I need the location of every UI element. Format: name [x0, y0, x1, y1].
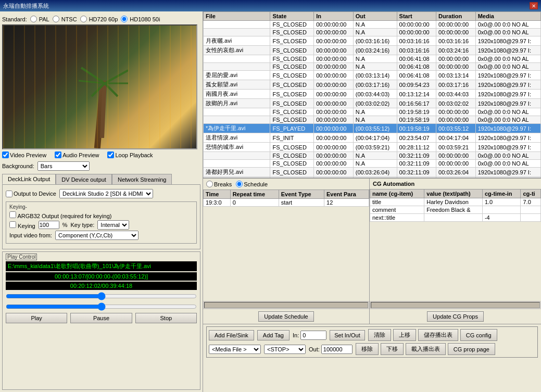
clear-button[interactable]: 清除 — [368, 329, 391, 341]
cell-media: 0x0@.00 0:0 NO AL — [475, 160, 540, 168]
loop-playback-check[interactable]: Loop Playback — [107, 151, 153, 158]
tab-dv[interactable]: DV Device output — [56, 174, 112, 184]
stop-select[interactable]: <STOP> — [264, 345, 306, 354]
table-row[interactable]: 港都好男兒.avi FS_CLOSED 00:00:00:00 (00:03:2… — [204, 168, 541, 177]
table-row[interactable]: FS_CLOSED 00:00:00:00 N.A 00:32:11:09 00… — [204, 152, 541, 160]
background-select[interactable]: Bars — [37, 161, 90, 171]
col-duration: Duration — [436, 12, 476, 21]
table-row[interactable]: FS_CLOSED 00:00:00:00 N.A 00:00:00:00 00… — [204, 21, 541, 29]
keying-checkbox[interactable] — [9, 221, 16, 228]
radio-hd720[interactable]: HD720 60p — [80, 16, 118, 22]
table-row[interactable]: FS_CLOSED 00:00:00:00 N.A 00:32:11:09 00… — [204, 160, 541, 168]
schedule-table-container[interactable]: Time Repeat time Event Type Event Para 1… — [203, 189, 369, 301]
cell-in: 00:00:00:00 — [314, 160, 354, 168]
table-row[interactable]: 月夜曬.avi FS_CLOSED 00:00:00:00 (00:03:16:… — [204, 36, 541, 46]
cell-start: 00:06:41:08 — [397, 55, 436, 63]
cell-state: FS_CLOSED — [270, 63, 314, 71]
in-value-input[interactable] — [300, 331, 326, 340]
table-row[interactable]: FS_CLOSED 00:00:00:00 N.A 00:19:58:19 00… — [204, 116, 541, 124]
video-preview-checkbox[interactable] — [2, 151, 9, 158]
cg-table-container[interactable]: name (cg-item) value (text/path) cg-time… — [370, 189, 541, 301]
load-playlist-button[interactable]: 載入播出表 — [406, 343, 446, 355]
cell-in: 00:00:00:00 — [314, 46, 354, 55]
table-row[interactable]: 悲情的城市.avi FS_CLOSED 00:00:00:00 (00:03:5… — [204, 143, 541, 152]
pause-button[interactable]: Pause — [70, 313, 132, 323]
device-select[interactable]: DeckLink Studio 2 [SDI & HDMI & Y, B-Y, … — [59, 189, 153, 198]
table-row[interactable]: 故鄉的月.avi FS_CLOSED 00:00:00:00 (00:03:02… — [204, 99, 541, 108]
close-button[interactable]: ✕ — [530, 2, 538, 9]
table-row[interactable]: 孤女願望.avi FS_CLOSED 00:00:00:00 (00:03:17… — [204, 80, 541, 90]
table-row[interactable]: 送君情淚.avi FS_INIT 00:00:00:00 (00:04:17:0… — [204, 133, 541, 143]
table-row[interactable]: 委屈的愛.avi FS_CLOSED 00:00:00:00 (00:03:13… — [204, 71, 541, 80]
cell-media: 1920x1080@29.97 I: — [475, 99, 540, 108]
table-row[interactable]: FS_CLOSED 00:00:00:00 N.A 00:06:41:08 00… — [204, 63, 541, 71]
cg-config-button[interactable]: CG config — [460, 329, 497, 341]
cell-state: FS_CLOSED — [270, 160, 314, 168]
breaks-radio[interactable] — [206, 181, 213, 187]
radio-hd1080-input[interactable] — [121, 16, 128, 22]
update-cg-button[interactable]: Update CG Props — [427, 311, 484, 322]
seek-slider[interactable] — [6, 292, 197, 300]
schedule-scroll-track[interactable] — [204, 302, 368, 308]
volume-slider[interactable] — [6, 302, 197, 311]
video-preview-check[interactable]: Video Preview — [2, 151, 46, 158]
audio-preview-checkbox[interactable] — [55, 151, 61, 158]
tab-decklink[interactable]: DeckLink Output — [2, 174, 56, 184]
cg-prop-page-button[interactable]: CG prop page — [448, 343, 495, 355]
cell-in: 00:00:00:00 — [314, 168, 354, 177]
cg-row[interactable]: comment Freedom Black & — [370, 206, 541, 214]
cg-row[interactable]: title Harley Davidson 1.0 7.0 — [370, 198, 541, 206]
schedule-row[interactable]: 19:3:0 0 start 12 — [204, 199, 369, 207]
remove-button[interactable]: 移除 — [356, 343, 379, 355]
table-row[interactable]: 女性的哀怨.avi FS_CLOSED 00:00:00:00 (00:03:2… — [204, 46, 541, 55]
radio-pal-input[interactable] — [30, 16, 37, 22]
keying-percent-input[interactable] — [39, 221, 59, 229]
keying-check[interactable]: Keying — [9, 221, 35, 229]
add-tag-button[interactable]: Add Tag — [257, 330, 290, 340]
argb-check[interactable]: ARGB32 Output (required for keying) — [9, 211, 111, 219]
cg-scroll-track[interactable] — [371, 302, 540, 308]
radio-ntsc[interactable]: NTSC — [53, 16, 77, 22]
table-row[interactable]: FS_CLOSED 00:00:00:00 N.A 00:00:00:00 00… — [204, 29, 541, 36]
radio-ntsc-input[interactable] — [53, 16, 59, 22]
output-checkbox[interactable] — [6, 191, 12, 197]
set-in-out-button[interactable]: Set In/Out — [330, 330, 365, 340]
table-row[interactable]: FS_CLOSED 00:00:00:00 N.A 00:06:41:08 00… — [204, 55, 541, 63]
cg-scrollbar[interactable] — [370, 301, 541, 309]
output-to-device-check[interactable]: Output to Device — [6, 191, 56, 197]
stop-button[interactable]: Stop — [135, 313, 197, 323]
media-file-select[interactable]: <Media File > — [209, 345, 261, 354]
playlist-table-container[interactable]: File State In Out Start Duration Media F… — [203, 11, 541, 178]
cell-media: 1920x1080@29.97 I: — [475, 143, 540, 152]
table-row[interactable]: FS_CLOSED 00:00:00:00 N.A 00:19:58:19 00… — [204, 108, 541, 116]
cell-media: 1920x1080@29.97 I: — [475, 80, 540, 90]
move-up-button[interactable]: 上移 — [393, 329, 416, 341]
argb-checkbox[interactable] — [9, 211, 16, 218]
cell-out: (00:03:17:16) — [353, 80, 397, 90]
play-button[interactable]: Play — [6, 313, 67, 323]
out-value-input[interactable] — [321, 345, 353, 354]
table-row[interactable]: 南國月夜.avi FS_CLOSED 00:00:00:00 (00:03:44… — [204, 90, 541, 99]
radio-hd1080[interactable]: HD1080 50i — [121, 16, 160, 22]
cg-row[interactable]: next::title -4 — [370, 214, 541, 222]
schedule-radio-label[interactable]: Schedule — [236, 181, 268, 187]
key-type-select[interactable]: Internal — [97, 220, 129, 230]
tab-network[interactable]: Network Streaming — [112, 174, 172, 184]
add-file-sink-button[interactable]: Add File/Sink — [209, 330, 254, 340]
move-down-button[interactable]: 下移 — [381, 343, 404, 355]
schedule-scrollbar[interactable] — [203, 301, 369, 309]
audio-preview-check[interactable]: Audio Preview — [55, 151, 99, 158]
breaks-radio-label[interactable]: Breaks — [206, 181, 232, 187]
cell-out: (00:03:16:16) — [353, 36, 397, 46]
cell-out: (00:03:55:12) — [353, 124, 397, 133]
loop-playback-checkbox[interactable] — [107, 151, 114, 158]
update-schedule-button[interactable]: Update Schedule — [258, 311, 313, 322]
cell-out: N.A — [353, 108, 397, 116]
schedule-radio[interactable] — [236, 181, 243, 187]
radio-pal[interactable]: PAL — [30, 16, 49, 22]
radio-hd720-input[interactable] — [80, 16, 87, 22]
cell-file: 女性的哀怨.avi — [204, 46, 270, 55]
table-row[interactable]: *為伊走千里.avi FS_PLAYED 00:00:00:00 (00:03:… — [204, 124, 541, 133]
save-playlist-button[interactable]: 儲存播出表 — [418, 329, 458, 341]
input-video-select[interactable]: Component (Y,Cr,Cb) — [55, 231, 139, 240]
